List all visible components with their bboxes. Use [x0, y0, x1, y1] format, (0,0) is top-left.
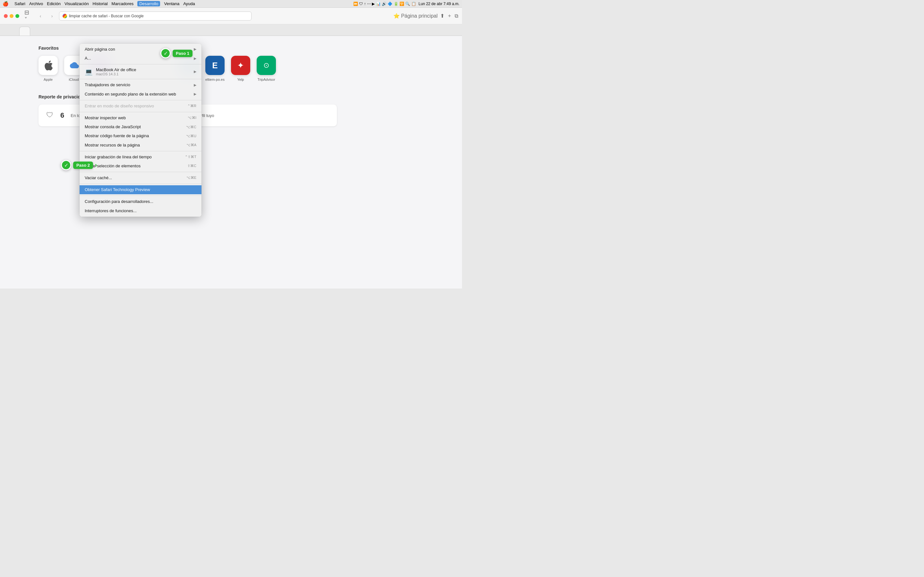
menu-divider	[79, 172, 202, 172]
apple-menu-icon[interactable]: 🍎	[3, 1, 9, 7]
menu-grabacion-label: Iniciar grabación de línea del tiempo	[85, 154, 152, 160]
step2-circle: ✓	[61, 160, 71, 170]
address-bar[interactable]: limpiar cache de safari - Buscar con Goo…	[59, 11, 252, 21]
menubar-ayuda[interactable]: Ayuda	[183, 1, 195, 6]
menubar-icons: ⏩ 🛡 ↑ ⋯ ▶ 📊 🔊 🔷 🔋 🛜 🔍 📋	[353, 2, 416, 6]
menu-responsive-label: Entrar en modo de diseño responsivo	[85, 103, 154, 109]
menu-divider	[79, 195, 202, 196]
step1-label: Paso 1	[173, 50, 192, 57]
laptop-icon: 💻	[85, 68, 93, 76]
menu-recursos-label: Mostrar recursos de la página	[85, 142, 140, 148]
menu-divider	[79, 64, 202, 64]
menu-consola-label: Mostrar consola de JavaScript	[85, 124, 141, 130]
menu-grabacion-shortcut: ⌃⇧⌘T	[185, 155, 196, 159]
desarrollo-dropdown-menu: Abrir página con ▶ A... ▶ 💻 MacBook Air …	[79, 44, 202, 217]
address-text: limpiar cache de safari - Buscar con Goo…	[69, 14, 144, 18]
menu-abrir-pagina-label: Abrir página con	[85, 47, 115, 52]
menu-contenido-label: Contenido en segundo plano de la extensi…	[85, 91, 176, 97]
menu-recursos[interactable]: Mostrar recursos de la página ⌥⌘A	[79, 141, 202, 150]
menu-interruptores-label: Interruptores de funciones...	[85, 208, 137, 214]
menubar-ventana[interactable]: Ventana	[164, 1, 179, 6]
menu-safari-preview[interactable]: Obtener Safari Technology Preview	[79, 185, 202, 194]
menubar-visualizacion[interactable]: Visualización	[65, 1, 89, 6]
share-button[interactable]: ⬆	[440, 13, 444, 19]
main-content: Favoritos Apple iC	[0, 36, 462, 288]
step1-badge: ✓ Paso 1	[160, 48, 192, 58]
menubar-datetime: Lun 22 de abr 7:49 a.m.	[419, 2, 459, 6]
menu-vaciar[interactable]: Vaciar caché... ⌥⌘E	[79, 173, 202, 182]
home-button[interactable]: ⭐ Página principal	[393, 13, 438, 19]
menubar-marcadores[interactable]: Marcadores	[111, 1, 134, 6]
menu-consola[interactable]: Mostrar consola de JavaScript ⌥⌘C	[79, 122, 202, 131]
menu-arrow-icon: ▶	[194, 47, 196, 52]
menu-codigo[interactable]: Mostrar código fuente de la página ⌥⌘U	[79, 131, 202, 140]
menu-inspector[interactable]: Mostrar inspector web ⌥⌘I	[79, 113, 202, 122]
step1-circle: ✓	[160, 48, 171, 58]
fullscreen-button[interactable]	[15, 14, 19, 18]
step2-label: Paso 2	[73, 161, 93, 169]
step2-arrow-icon: ›	[95, 161, 103, 169]
new-tab-button[interactable]: ＋	[447, 13, 452, 19]
tabs-overview-button[interactable]: ⧉	[455, 13, 458, 19]
menu-device-macbook[interactable]: 💻 MacBook Air de office macOS 14.3.1 ▶	[79, 66, 202, 77]
menubar-historial[interactable]: Historial	[93, 1, 108, 6]
sidebar-toggle-button[interactable]: ⊟ ˅	[24, 11, 33, 21]
menu-configuracion-label: Configuración para desarrolladores...	[85, 199, 153, 205]
menu-configuracion[interactable]: Configuración para desarrolladores...	[79, 197, 202, 206]
menu-inspector-shortcut: ⌥⌘I	[188, 115, 196, 120]
menu-divider	[79, 100, 202, 100]
menu-safari-preview-label: Obtener Safari Technology Preview	[85, 187, 150, 193]
menu-vaciar-label: Vaciar caché...	[85, 175, 112, 181]
step2-badge: ✓ Paso 2 ›	[61, 160, 103, 170]
menu-arrow-icon: ▶	[194, 83, 196, 87]
toolbar: ⊟ ˅ ‹ › limpiar cache de safari - Buscar…	[0, 8, 462, 24]
menu-trabajadores-label: Trabajadores de servicio	[85, 82, 130, 88]
menubar: 🍎 Safari Archivo Edición Visualización H…	[0, 0, 462, 8]
menu-recursos-shortcut: ⌥⌘A	[186, 143, 196, 147]
menu-arrow-icon: ▶	[194, 69, 196, 74]
menubar-right: ⏩ 🛡 ↑ ⋯ ▶ 📊 🔊 🔷 🔋 🛜 🔍 📋 Lun 22 de abr 7:…	[353, 2, 459, 6]
device-info: MacBook Air de office macOS 14.3.1	[96, 67, 191, 76]
browser-window: ⊟ ˅ ‹ › limpiar cache de safari - Buscar…	[0, 8, 462, 288]
device-name: MacBook Air de office	[96, 67, 191, 72]
minimize-button[interactable]	[10, 14, 13, 18]
back-button[interactable]: ‹	[36, 11, 45, 21]
menu-responsive[interactable]: Entrar en modo de diseño responsivo ⌃⌘R	[79, 102, 202, 111]
menu-divider	[79, 112, 202, 112]
menu-responsive-shortcut: ⌃⌘R	[187, 103, 196, 108]
toolbar-right: ⭐ Página principal ⬆ ＋ ⧉	[393, 13, 458, 19]
menubar-edicion[interactable]: Edición	[47, 1, 61, 6]
active-tab[interactable]	[19, 27, 30, 35]
menu-contenido[interactable]: Contenido en segundo plano de la extensi…	[79, 90, 202, 99]
menu-trabajadores[interactable]: Trabajadores de servicio ▶	[79, 81, 202, 89]
close-button[interactable]	[4, 14, 8, 18]
traffic-lights	[4, 14, 19, 18]
menu-inspector-label: Mostrar inspector web	[85, 115, 126, 121]
menu-arrow-icon: ▶	[194, 92, 196, 97]
device-os: macOS 14.3.1	[96, 72, 191, 76]
menubar-desarrollo[interactable]: Desarrollo	[137, 1, 160, 6]
menu-interruptores[interactable]: Interruptores de funciones...	[79, 206, 202, 215]
menubar-archivo[interactable]: Archivo	[29, 1, 43, 6]
menubar-safari[interactable]: Safari	[15, 1, 25, 6]
menu-seleccion-shortcut: ⇧⌘C	[187, 163, 196, 168]
menu-codigo-label: Mostrar código fuente de la página	[85, 133, 149, 139]
menu-arrow-icon: ▶	[194, 56, 196, 61]
tab-bar	[0, 24, 462, 36]
menu-divider	[79, 184, 202, 184]
menu-codigo-shortcut: ⌥⌘U	[186, 134, 196, 139]
menu-vaciar-shortcut: ⌥⌘E	[186, 175, 196, 180]
menu-consola-shortcut: ⌥⌘C	[186, 125, 196, 129]
forward-button[interactable]: ›	[47, 11, 57, 21]
menu-abrir-en-label: A...	[85, 55, 91, 61]
google-icon	[63, 14, 67, 18]
